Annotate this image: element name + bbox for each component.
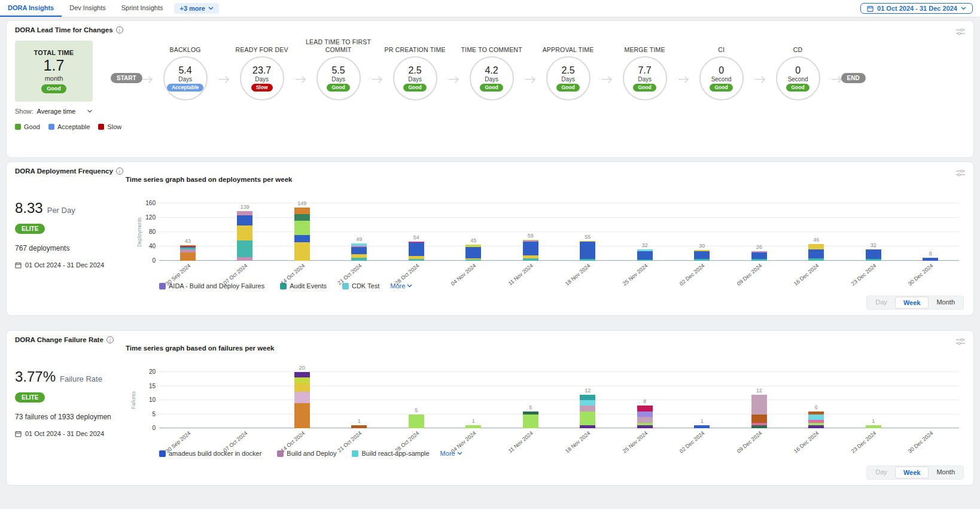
stacked-bar [409, 414, 424, 429]
show-selector[interactable]: Show: Average time [15, 108, 93, 115]
stage-label: CD [793, 36, 803, 54]
bar-total-label: 43 [159, 238, 217, 244]
x-tick: 21 Oct 2024 [331, 261, 388, 285]
tab-bar: DORA InsightsDev InsightsSprint Insights [0, 0, 171, 17]
filter-settings-icon[interactable] [956, 168, 965, 179]
flow-stage-cd[interactable]: CD0SecondGood [765, 36, 832, 100]
bar-segment [237, 211, 252, 215]
chevron-down-icon [208, 7, 214, 10]
legend-item-slow: Slow [98, 123, 121, 130]
flow-arrow [678, 79, 688, 80]
bar-segment [751, 414, 767, 423]
y-tick-label: 0 [138, 425, 156, 431]
bar-total-label: 1 [331, 418, 388, 424]
more-tabs-button[interactable]: +3 more [174, 3, 219, 14]
bar-total-label: 32 [616, 242, 674, 248]
stacked-bar [637, 249, 653, 261]
bar-columns: 43139149495445595532302646328 [159, 203, 959, 261]
x-tick-label: 18 Nov 2024 [564, 430, 592, 454]
legend-label: Acceptable [57, 123, 90, 130]
stage-value: 5.5 [331, 65, 345, 76]
deployment-toggle-month[interactable]: Month [929, 297, 963, 309]
filter-settings-icon[interactable] [956, 337, 965, 348]
date-range-picker[interactable]: 01 Oct 2024 - 31 Dec 2024 [860, 3, 973, 14]
bar-segment [580, 406, 595, 411]
info-icon[interactable]: i [106, 336, 114, 343]
bar-segment [409, 243, 424, 256]
stacked-bar [808, 412, 824, 428]
flow-stage-pr-creation-time[interactable]: PR CREATION TIME2.5DaysGood [382, 36, 449, 100]
stage-unit: Days [408, 76, 422, 83]
stage-value: 5.4 [178, 65, 191, 76]
filter-settings-icon[interactable] [956, 27, 965, 38]
stage-label: APPROVAL TIME [543, 36, 594, 54]
stacked-bar [580, 395, 595, 428]
flow-stage-time-to-comment[interactable]: TIME TO COMMENT4.2DaysGood [458, 36, 525, 100]
lead-time-flow: STARTBACKLOG5.4DaysAcceptableREADY FOR D… [111, 36, 814, 115]
bar-column: 55 [559, 203, 617, 261]
flow-stage-backlog[interactable]: BACKLOG5.4DaysAcceptable [152, 36, 219, 100]
stacked-bar [751, 395, 767, 428]
lead-time-panel: DORA Lead Time for Changes i TOTAL TIME … [6, 20, 974, 158]
deployment-toggle-day[interactable]: Day [868, 297, 895, 309]
tab-dora-insights[interactable]: DORA Insights [0, 0, 62, 17]
bar-segment [237, 215, 252, 225]
x-tick-label: 18 Nov 2024 [564, 263, 592, 286]
info-icon[interactable]: i [116, 167, 123, 175]
bar-total-label: 1 [445, 418, 503, 424]
bar-column: 6 [502, 372, 559, 428]
x-tick-label: 11 Nov 2024 [507, 263, 534, 286]
flow-stage-lead-time-to-first-commit[interactable]: LEAD TIME TO FIRST COMMIT5.5DaysGood [305, 36, 372, 100]
failure-toggle-day[interactable]: Day [868, 467, 895, 478]
deployment-date-range: 01 Oct 2024 - 31 Dec 2024 [25, 261, 104, 269]
stage-status-badge: Good [710, 84, 732, 92]
legend-swatch [98, 124, 104, 130]
tab-sprint-insights[interactable]: Sprint Insights [114, 0, 171, 17]
bar-segment [523, 414, 538, 429]
bar-column: 5 [388, 372, 445, 428]
flow-stage-merge-time[interactable]: MERGE TIME7.7DaysGood [611, 36, 678, 100]
failure-x-axis: 30 Sep 202407 Oct 202414 Oct 202421 Oct … [159, 428, 959, 452]
bar-column: 59 [502, 203, 559, 261]
failure-toggle-week[interactable]: Week [895, 467, 929, 478]
stage-unit: Days [561, 76, 575, 83]
x-tick: 30 Sep 2024 [159, 428, 217, 452]
total-time-status-badge: Good [41, 84, 66, 93]
stacked-bar [866, 249, 881, 261]
info-icon[interactable]: i [116, 26, 123, 33]
deployment-toggle-week[interactable]: Week [895, 297, 929, 309]
x-tick-label: 23 Dec 2024 [850, 430, 878, 454]
date-range-label: 01 Oct 2024 - 31 Dec 2024 [877, 5, 957, 12]
bar-segment [523, 242, 538, 255]
bar-segment [751, 395, 767, 414]
flow-stage-approval-time[interactable]: APPROVAL TIME2.5DaysGood [535, 36, 602, 100]
stage-label: LEAD TIME TO FIRST COMMIT [305, 36, 372, 54]
flow-stage-ready-for-dev[interactable]: READY FOR DEV23.7DaysSlow [229, 36, 296, 100]
bar-segment [294, 372, 310, 377]
x-tick-label: 23 Dec 2024 [850, 263, 878, 286]
stacked-bar [637, 406, 653, 428]
stage-unit: Second [788, 76, 808, 83]
bar-column: 43 [159, 203, 217, 261]
flow-arrow [602, 79, 611, 80]
bar-total-label: 30 [674, 243, 731, 249]
bar-segment [637, 417, 653, 422]
elite-badge: ELITE [15, 224, 45, 234]
x-tick-label: 09 Dec 2024 [736, 263, 763, 286]
stage-value: 2.5 [408, 65, 421, 76]
x-tick: 30 Dec 2024 [902, 261, 960, 285]
bar-column [902, 372, 960, 428]
failure-rate-value: 3.77% [15, 368, 56, 385]
x-tick-label: 16 Dec 2024 [793, 430, 820, 454]
bar-total-label: 6 [788, 404, 845, 410]
failure-toggle-month[interactable]: Month [929, 467, 963, 478]
x-tick: 30 Sep 2024 [159, 261, 217, 285]
failure-rate-unit: Failure Rate [60, 374, 102, 383]
y-tick-label: 120 [138, 214, 156, 221]
tab-dev-insights[interactable]: Dev Insights [62, 0, 114, 17]
x-tick: 11 Nov 2024 [502, 428, 559, 452]
flow-stage-ci[interactable]: CI0SecondGood [688, 36, 755, 100]
bar-column: 1 [445, 372, 503, 428]
bar-total-label: 12 [731, 388, 788, 394]
stacked-bar [751, 251, 767, 261]
